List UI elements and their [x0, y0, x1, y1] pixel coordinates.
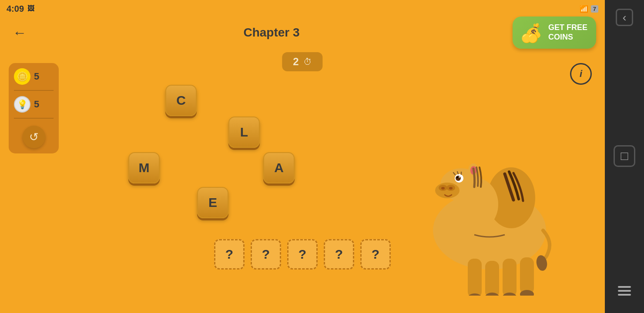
side-nav: ‹ □ [605, 0, 644, 313]
letter-tile-l[interactable]: L [228, 117, 260, 148]
letter-tile-e[interactable]: E [197, 187, 228, 218]
get-free-coins-text: GET FREE COINS [548, 23, 587, 42]
square-icon: □ [621, 149, 628, 163]
camel-image [409, 130, 570, 296]
svg-rect-19 [468, 259, 482, 296]
letter-tile-c[interactable]: C [165, 85, 197, 116]
coins-count: 5 [34, 71, 39, 82]
nav-menu-button[interactable] [618, 286, 631, 296]
chapter-title: Chapter 3 [243, 26, 299, 40]
time-display: 4:09 🖼 [7, 4, 34, 14]
signal-battery: 📶 7 [580, 5, 598, 13]
coins-icon-area: 💰 🟡 🟡 [521, 22, 543, 43]
status-bar: 4:09 🖼 📶 7 [0, 0, 605, 17]
panel-divider-2 [14, 118, 54, 119]
hints-count: 5 [34, 99, 39, 110]
menu-line-3 [618, 294, 631, 296]
answer-slot-2[interactable]: ? [251, 239, 281, 270]
coin-icon: 🪙 [14, 68, 30, 85]
back-button[interactable]: ← [9, 22, 30, 43]
timer-value: 2 [293, 56, 299, 68]
nav-home-button[interactable]: □ [614, 145, 635, 167]
coins-row: 🪙 5 [14, 68, 54, 85]
answer-slot-5[interactable]: ? [360, 239, 391, 270]
signal-bars-icon: 📶 [580, 5, 588, 13]
info-button[interactable]: i [570, 63, 592, 85]
get-free-line2: COINS [548, 33, 587, 42]
timer-badge: 2 ⏱ [282, 52, 322, 71]
panel-divider-1 [14, 90, 54, 91]
chevron-left-icon: ‹ [623, 11, 627, 24]
menu-line-2 [618, 290, 631, 292]
svg-point-9 [449, 187, 453, 190]
svg-point-13 [459, 176, 460, 178]
header: ← Chapter 3 💰 🟡 🟡 GET FREE COINS [0, 17, 605, 48]
image-icon: 🖼 [27, 5, 34, 13]
answer-slot-1[interactable]: ? [214, 239, 245, 270]
get-free-coins-button[interactable]: 💰 🟡 🟡 GET FREE COINS [513, 17, 596, 49]
camel-svg [409, 130, 570, 296]
nav-chevron-button[interactable]: ‹ [616, 9, 633, 26]
sidebar-panel: 🪙 5 💡 5 ↺ [9, 63, 59, 153]
clock-time: 4:09 [7, 4, 24, 14]
back-arrow-icon: ← [13, 25, 27, 41]
svg-point-11 [456, 176, 461, 181]
answer-row: ? ? ? ? ? [214, 239, 391, 270]
get-free-line1: GET FREE [548, 23, 587, 33]
letter-tile-a[interactable]: A [263, 152, 295, 183]
svg-rect-24 [520, 257, 534, 294]
svg-rect-20 [485, 261, 499, 296]
answer-slot-4[interactable]: ? [324, 239, 354, 270]
refresh-icon: ↺ [29, 130, 39, 144]
answer-slot-3[interactable]: ? [287, 239, 318, 270]
battery-level: 7 [591, 5, 598, 13]
svg-rect-23 [503, 259, 517, 296]
refresh-button[interactable]: ↺ [23, 126, 45, 148]
letter-tile-m[interactable]: M [128, 152, 160, 183]
svg-point-8 [441, 187, 445, 190]
bulb-icon: 💡 [14, 96, 30, 113]
coins-stack2-icon: 🟡 [527, 33, 538, 43]
menu-line-1 [618, 286, 631, 288]
hints-row: 💡 5 [14, 96, 54, 113]
game-area: 4:09 🖼 📶 7 ← Chapter 3 💰 🟡 🟡 GET FREE CO… [0, 0, 605, 313]
info-icon: i [580, 68, 582, 80]
timer-clock-icon: ⏱ [303, 57, 312, 67]
svg-point-12 [456, 176, 458, 178]
